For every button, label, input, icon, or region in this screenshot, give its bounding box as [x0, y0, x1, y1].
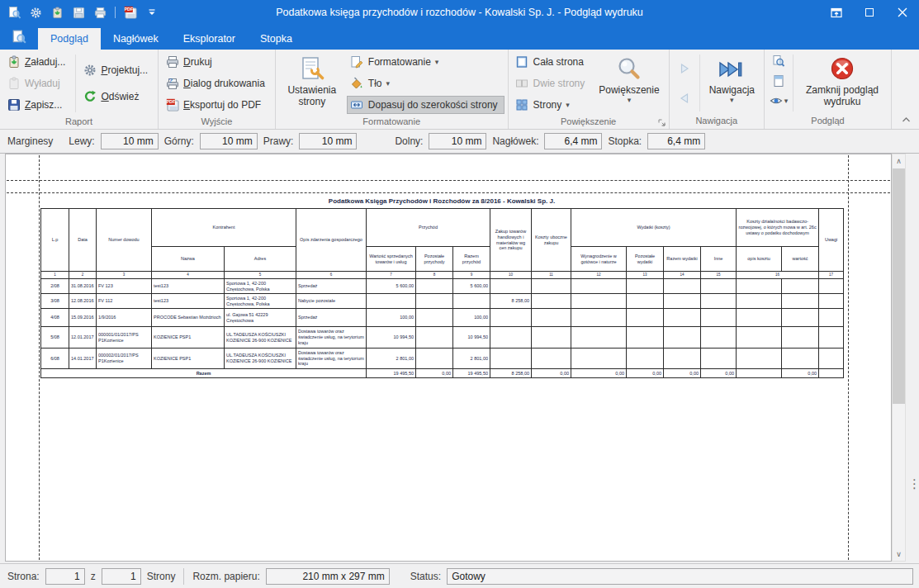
quick-access-toolbar: PDF: [0, 6, 159, 20]
vertical-scrollbar[interactable]: ∧ ∨: [892, 154, 906, 562]
formatowanie-button[interactable]: Formatowanie ▾: [347, 53, 505, 71]
totals-cell: [819, 369, 844, 378]
table-cell: FV 112: [97, 294, 152, 309]
margin-left-field[interactable]: 10 mm: [101, 133, 159, 149]
powiekszenie-dialog-launcher[interactable]: [657, 117, 667, 127]
totals-cell: 0,00: [571, 369, 627, 378]
scroll-down-button[interactable]: ∨: [893, 548, 905, 561]
wyladuj-button[interactable]: Wyładuj: [3, 74, 72, 92]
col-header-pozostale-wydatki: Pozostałe wydatki: [627, 247, 664, 272]
page-margins-button[interactable]: [768, 73, 789, 89]
save-icon[interactable]: [72, 6, 86, 20]
table-cell: 2 801,00: [367, 349, 416, 369]
table-cell: [571, 279, 627, 294]
nawigacja-button[interactable]: Nawigacja ▾: [703, 51, 761, 115]
qat-separator: [115, 7, 116, 18]
col-header-razem-przychod: Razem przychód: [453, 247, 490, 272]
customize-quick-access-icon[interactable]: [144, 6, 159, 20]
odswiez-button[interactable]: Odśwież: [79, 88, 154, 106]
col-number: 10: [490, 272, 532, 279]
chevron-up-icon: [902, 116, 911, 123]
maximize-button[interactable]: [853, 0, 886, 25]
col-header-zakup: Zakup towarów handlowych i materiałów wg…: [490, 209, 532, 272]
zoom-page-button[interactable]: [768, 53, 789, 69]
drukuj-button[interactable]: Drukuj: [162, 53, 272, 71]
current-page-field[interactable]: 1: [45, 568, 85, 585]
gear-icon[interactable]: [29, 6, 43, 20]
margin-footer-field[interactable]: 6,4 mm: [647, 133, 705, 149]
refresh-icon: [83, 90, 97, 104]
ribbon-group-nawigacja: Nawigacja ▾ Nawigacja: [670, 50, 765, 129]
col-header-koszty-br: Koszty działalności badawczo-rozwojowej,…: [737, 209, 819, 247]
tab-podglad[interactable]: Podgląd: [38, 28, 101, 50]
col-header-wynagrodzenie: Wynagrodzenie w gotówce i naturze: [571, 247, 627, 272]
dwie-strony-button[interactable]: Dwie strony: [512, 74, 592, 92]
load-clipboard-icon[interactable]: [50, 6, 64, 20]
tab-eksplorator[interactable]: Eksplorator: [171, 28, 248, 50]
print-icon[interactable]: [93, 6, 107, 20]
totals-cell: 0,00: [416, 369, 453, 378]
margin-right-field[interactable]: 10 mm: [299, 133, 357, 149]
next-arrow-icon: [678, 62, 691, 75]
close-button[interactable]: [886, 0, 919, 25]
table-cell: [737, 349, 782, 369]
margin-header-field[interactable]: 6,4 mm: [544, 133, 602, 149]
save-icon: [7, 98, 21, 112]
scrollbar-thumb[interactable]: [893, 168, 905, 404]
format-page-icon: [350, 55, 364, 69]
table-cell: 31.08.2016: [69, 279, 97, 294]
zamknij-podglad-button[interactable]: Zamknij podgląd wydruku: [796, 51, 888, 115]
col-number: 12: [571, 272, 627, 279]
table-cell: [782, 309, 819, 327]
margin-bottom-field[interactable]: 10 mm: [429, 133, 486, 149]
table-cell: [819, 327, 844, 349]
pdf-export-icon[interactable]: PDF: [123, 6, 137, 20]
powiekszenie-button[interactable]: Powiększenie ▾: [592, 51, 666, 116]
load-clipboard-icon: [7, 55, 21, 69]
col-number: 7: [367, 272, 416, 279]
ribbon-group-podglad: ▾ Zamknij podgląd wydruku Podgląd: [765, 50, 892, 129]
margin-top-field[interactable]: 10 mm: [200, 133, 258, 149]
tlo-button[interactable]: Tło ▾: [347, 74, 505, 92]
collapse-ribbon-button[interactable]: [899, 114, 912, 126]
total-pages-field[interactable]: 1: [102, 568, 141, 585]
dopasuj-do-szerokosci-button[interactable]: Dopasuj do szerokości strony: [347, 96, 505, 114]
splitter-handle[interactable]: ⋮: [908, 477, 919, 490]
table-cell: [782, 279, 819, 294]
tab-stopka[interactable]: Stopka: [248, 28, 305, 50]
print-preview-icon[interactable]: [7, 6, 21, 20]
previous-page-button[interactable]: [673, 88, 696, 109]
table-cell: [416, 327, 453, 349]
table-cell: 2/08: [41, 279, 69, 294]
table-cell: [664, 309, 701, 327]
tab-naglowek[interactable]: Nagłówek: [101, 28, 171, 50]
application-menu-button[interactable]: [0, 25, 38, 50]
kpir-table: L.p Data Numer dowodu Kontrahent Opis zd…: [40, 208, 844, 378]
pdf-export-icon: PDF: [165, 98, 179, 112]
table-cell: [416, 349, 453, 369]
dialog-drukowania-button[interactable]: ? Dialog drukowania: [162, 74, 272, 92]
next-page-button[interactable]: [673, 58, 696, 79]
dock-window-button[interactable]: [820, 0, 853, 25]
table-cell: Sportowa 1, 42-200 Częstochowa, Polska: [225, 279, 296, 294]
ustawienia-strony-button[interactable]: Ustawienia strony: [278, 51, 346, 116]
group-caption-podglad: Podgląd: [765, 115, 891, 129]
cala-strona-button[interactable]: Cała strona: [512, 53, 592, 71]
totals-cell: 0,00: [664, 369, 701, 378]
table-cell: [737, 279, 782, 294]
svg-text:PDF: PDF: [124, 7, 133, 12]
table-cell: [490, 349, 532, 369]
col-header-przychod: Przychód: [367, 209, 490, 247]
projektuj-button[interactable]: Projektuj...: [79, 61, 154, 79]
zaladuj-button[interactable]: Załaduj...: [3, 53, 72, 71]
scroll-up-button[interactable]: ∧: [893, 154, 905, 168]
totals-cell: 8 258,00: [490, 369, 532, 378]
table-cell: [782, 294, 819, 309]
table-row: 3/0812.08.2016FV 112test123Sportowa 1, 4…: [41, 294, 844, 309]
zapisz-button[interactable]: Zapisz...: [3, 96, 72, 114]
ribbon-group-formatowanie: Ustawienia strony Formatowanie ▾ Tło ▾ D…: [276, 50, 509, 129]
unload-clipboard-icon: [7, 77, 21, 91]
strony-button[interactable]: Strony ▾: [512, 96, 592, 114]
eksportuj-pdf-button[interactable]: PDF Eksportuj do PDF: [162, 96, 272, 114]
watermark-button[interactable]: ▾: [768, 92, 789, 109]
